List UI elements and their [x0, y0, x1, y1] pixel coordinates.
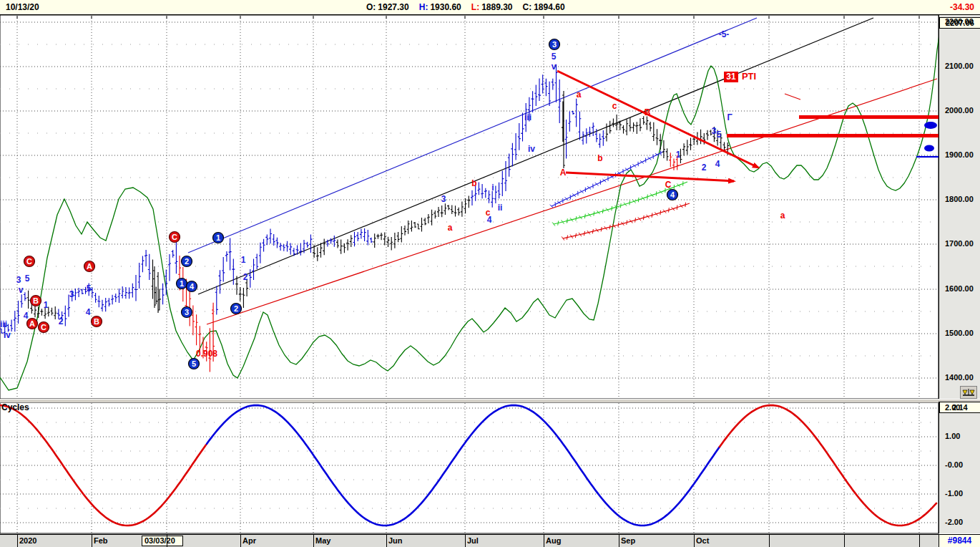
wave-degree-label: A — [87, 262, 92, 271]
wave-degree-label: 2 — [234, 304, 238, 313]
month-tick — [694, 535, 695, 547]
wave-degree-label: B — [94, 317, 99, 326]
wave-label-red: b — [471, 178, 476, 188]
date-axis[interactable]: 03/03/20 #9844 2020FebAprMayJunJulAugSep… — [0, 534, 980, 547]
month-tick — [92, 535, 92, 547]
month-tick — [619, 535, 619, 547]
month-tick — [465, 535, 466, 547]
cycles-panel-background[interactable] — [0, 402, 939, 533]
price-axis-label: 1900.00 — [945, 150, 974, 159]
month-label: 2020 — [19, 536, 36, 545]
wave-degree-label: C — [172, 233, 177, 241]
cycles-axis-label: 2.00 — [945, 403, 960, 412]
main-panel-background[interactable] — [0, 15, 939, 399]
price-projection-marker — [924, 122, 937, 129]
month-label: Feb — [94, 536, 108, 545]
wave-degree-label: 5 — [192, 359, 196, 368]
wave-label-blue: iii — [0, 319, 7, 329]
month-label: Sep — [621, 536, 635, 545]
wave-label-blue: 4 — [715, 159, 720, 169]
wave-label-blue: 1 — [676, 150, 681, 160]
month-tick — [240, 535, 241, 547]
wave-label-blue: ii — [498, 203, 503, 213]
chart-plot-area[interactable]: 35viiiiv412354123iii4iiiiv5v12354-5-Γbca… — [0, 0, 980, 547]
wave-label-blue: v — [552, 62, 557, 72]
wave-degree-label: 1 — [180, 279, 184, 288]
wave-label-blue: 1 — [241, 255, 246, 265]
month-label: Apr — [242, 536, 256, 545]
cycles-panel-title: Cycles — [1, 402, 29, 412]
month-tick — [17, 535, 18, 547]
month-label: Oct — [696, 536, 709, 545]
wave-label-blue: 3 — [441, 194, 446, 204]
wave-degree-label: C — [41, 323, 46, 331]
month-tick — [386, 535, 387, 547]
panel-separator[interactable] — [0, 399, 980, 403]
wave-label-blue: iii — [524, 112, 531, 122]
wave-degree-label: B — [33, 296, 39, 305]
price-axis-label: 2000.00 — [945, 106, 974, 115]
month-tick — [167, 535, 167, 547]
wave-label-blue: 2 — [59, 316, 64, 326]
wave-label-blue: 3 — [712, 126, 717, 136]
wave-label-blue: 2 — [243, 272, 248, 282]
wave-degree-label: 4 — [190, 282, 195, 291]
wave-label-red: a — [577, 89, 582, 100]
scale-icon[interactable] — [960, 386, 977, 399]
cycles-axis-label: -1.00 — [945, 489, 963, 498]
wave-degree-label: 1 — [216, 233, 220, 242]
wave-label-blue: 4 — [86, 307, 91, 317]
wave-label-red: 0.908 — [196, 349, 217, 359]
wave-label-red: c — [486, 208, 491, 218]
wave-label-red: a — [448, 223, 453, 233]
wave-label-red: A — [560, 168, 567, 178]
wave-label-blue: v — [19, 285, 24, 295]
chart-application-window: 10/13/20 O:1927.30 H:1930.60 L:1889.30 C… — [0, 0, 980, 547]
resistance-level-bar — [727, 134, 939, 137]
wave-label-blue: 5 — [717, 130, 722, 140]
cycles-axis[interactable]: 2.14 2.001.00-0.00-1.00-2.00 — [939, 402, 980, 533]
month-label: Aug — [546, 536, 561, 545]
wave-label-red: C — [665, 180, 672, 190]
wave-label-blue: i — [491, 183, 494, 193]
month-label: Jul — [467, 536, 479, 545]
month-label: Jun — [388, 536, 403, 545]
wave-label-blue: 5 — [25, 274, 30, 284]
month-label: May — [315, 536, 330, 545]
price-axis-label: 1500.00 — [945, 329, 974, 337]
wave-degree-label: 2 — [185, 257, 189, 266]
wave-label-blue: 5 — [87, 284, 92, 294]
pti-number: 31 — [726, 72, 736, 82]
month-tick — [769, 535, 770, 547]
marked-date-box[interactable]: 03/03/20 — [142, 536, 183, 546]
wave-label-blue: 1 — [44, 300, 49, 310]
wave-label-blue: 3 — [69, 289, 74, 299]
resistance-level-bar — [799, 115, 939, 119]
pti-label: PTI — [742, 71, 756, 82]
wave-label-red: a — [780, 210, 785, 221]
cycles-axis-label: -0.00 — [945, 460, 963, 469]
price-axis-label: 2100.00 — [945, 62, 974, 70]
wave-degree-label: A — [29, 319, 35, 328]
price-axis-label: 1600.00 — [945, 284, 974, 293]
month-tick — [919, 535, 920, 547]
month-tick — [313, 535, 314, 547]
price-axis[interactable]: 2207.06 2200.002100.002000.001900.001800… — [939, 15, 980, 399]
month-tick — [544, 535, 544, 547]
cycles-axis-label: 1.00 — [945, 432, 960, 440]
bar-counter: #9844 — [939, 535, 980, 547]
wave-label-blue: 4 — [24, 311, 29, 321]
price-projection-marker — [924, 145, 934, 152]
cycles-axis-label: -2.00 — [945, 518, 963, 526]
wave-label-red: b — [597, 153, 602, 163]
wave-degree-label: 3 — [552, 40, 557, 49]
wave-label-blue: 5 — [552, 52, 557, 62]
wave-label-blue: iv — [528, 144, 535, 154]
price-axis-label: 2200.00 — [945, 17, 974, 26]
price-axis-label: 1400.00 — [945, 373, 974, 382]
wave-label-blue: Γ — [727, 112, 732, 122]
wave-degree-label: C — [26, 257, 32, 266]
wave-label-blue: -5- — [719, 29, 730, 39]
wave-label-blue: 3 — [16, 275, 21, 285]
wave-label-blue: iv — [4, 330, 11, 340]
